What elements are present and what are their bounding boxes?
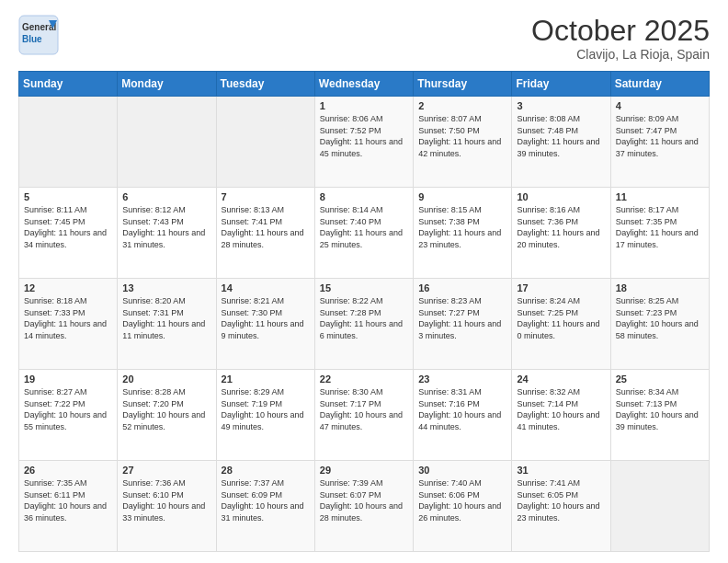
calendar-cell: 19Sunrise: 8:27 AM Sunset: 7:22 PM Dayli…: [19, 370, 118, 461]
calendar-cell: 28Sunrise: 7:37 AM Sunset: 6:09 PM Dayli…: [216, 461, 314, 552]
calendar-cell: 26Sunrise: 7:35 AM Sunset: 6:11 PM Dayli…: [19, 461, 118, 552]
day-info: Sunrise: 8:34 AM Sunset: 7:13 PM Dayligh…: [616, 386, 704, 432]
col-wednesday: Wednesday: [314, 72, 413, 97]
day-number: 31: [517, 465, 605, 476]
calendar-cell: 21Sunrise: 8:29 AM Sunset: 7:19 PM Dayli…: [216, 370, 314, 461]
day-number: 5: [24, 191, 112, 202]
svg-text:Blue: Blue: [22, 34, 42, 44]
day-info: Sunrise: 8:15 AM Sunset: 7:38 PM Dayligh…: [418, 204, 506, 250]
calendar-cell: 13Sunrise: 8:20 AM Sunset: 7:31 PM Dayli…: [118, 279, 216, 370]
day-number: 23: [418, 373, 506, 385]
calendar-cell: 2Sunrise: 8:07 AM Sunset: 7:50 PM Daylig…: [414, 97, 512, 188]
day-info: Sunrise: 8:27 AM Sunset: 7:22 PM Dayligh…: [24, 386, 112, 432]
day-info: Sunrise: 8:25 AM Sunset: 7:23 PM Dayligh…: [616, 295, 704, 341]
calendar-cell: 6Sunrise: 8:12 AM Sunset: 7:43 PM Daylig…: [118, 188, 216, 279]
calendar-cell: 5Sunrise: 8:11 AM Sunset: 7:45 PM Daylig…: [19, 188, 118, 279]
day-info: Sunrise: 8:31 AM Sunset: 7:16 PM Dayligh…: [418, 386, 506, 432]
day-info: Sunrise: 7:36 AM Sunset: 6:10 PM Dayligh…: [122, 477, 210, 523]
calendar-cell: 20Sunrise: 8:28 AM Sunset: 7:20 PM Dayli…: [118, 370, 216, 461]
calendar-header-row: Sunday Monday Tuesday Wednesday Thursday…: [19, 72, 710, 97]
day-info: Sunrise: 8:16 AM Sunset: 7:36 PM Dayligh…: [517, 204, 605, 250]
day-number: 21: [222, 373, 310, 385]
day-info: Sunrise: 8:06 AM Sunset: 7:52 PM Dayligh…: [320, 113, 408, 159]
day-number: 13: [122, 282, 210, 293]
day-info: Sunrise: 8:13 AM Sunset: 7:41 PM Dayligh…: [222, 204, 310, 250]
calendar-cell: 22Sunrise: 8:30 AM Sunset: 7:17 PM Dayli…: [314, 370, 413, 461]
day-number: 12: [24, 282, 112, 293]
day-number: 15: [320, 282, 408, 293]
logo: General Blue: [18, 15, 59, 55]
day-number: 9: [418, 191, 506, 202]
day-number: 19: [24, 373, 112, 385]
day-number: 11: [616, 191, 704, 202]
location: Clavijo, La Rioja, Spain: [531, 47, 710, 62]
day-number: 16: [418, 282, 506, 293]
col-sunday: Sunday: [19, 72, 118, 97]
day-info: Sunrise: 8:22 AM Sunset: 7:28 PM Dayligh…: [320, 295, 408, 341]
day-number: 26: [24, 465, 112, 476]
day-info: Sunrise: 8:30 AM Sunset: 7:17 PM Dayligh…: [320, 386, 408, 432]
day-number: 30: [418, 465, 506, 476]
calendar-cell: 10Sunrise: 8:16 AM Sunset: 7:36 PM Dayli…: [512, 188, 610, 279]
day-info: Sunrise: 8:14 AM Sunset: 7:40 PM Dayligh…: [320, 204, 408, 250]
calendar-cell: [610, 461, 709, 552]
day-info: Sunrise: 8:28 AM Sunset: 7:20 PM Dayligh…: [122, 386, 210, 432]
calendar-week-2: 12Sunrise: 8:18 AM Sunset: 7:33 PM Dayli…: [19, 279, 710, 370]
day-number: 24: [517, 373, 605, 385]
day-number: 29: [320, 465, 408, 476]
day-info: Sunrise: 7:41 AM Sunset: 6:05 PM Dayligh…: [517, 477, 605, 523]
day-number: 20: [122, 373, 210, 385]
day-info: Sunrise: 8:23 AM Sunset: 7:27 PM Dayligh…: [418, 295, 506, 341]
day-info: Sunrise: 8:07 AM Sunset: 7:50 PM Dayligh…: [418, 113, 506, 159]
calendar-cell: 25Sunrise: 8:34 AM Sunset: 7:13 PM Dayli…: [610, 370, 709, 461]
calendar-cell: 17Sunrise: 8:24 AM Sunset: 7:25 PM Dayli…: [512, 279, 610, 370]
day-info: Sunrise: 8:24 AM Sunset: 7:25 PM Dayligh…: [517, 295, 605, 341]
day-info: Sunrise: 8:32 AM Sunset: 7:14 PM Dayligh…: [517, 386, 605, 432]
calendar-cell: 27Sunrise: 7:36 AM Sunset: 6:10 PM Dayli…: [118, 461, 216, 552]
day-info: Sunrise: 7:37 AM Sunset: 6:09 PM Dayligh…: [222, 477, 310, 523]
calendar-week-0: 1Sunrise: 8:06 AM Sunset: 7:52 PM Daylig…: [19, 97, 710, 188]
calendar-cell: [118, 97, 216, 188]
day-number: 27: [122, 465, 210, 476]
day-number: 2: [418, 100, 506, 111]
calendar-cell: 3Sunrise: 8:08 AM Sunset: 7:48 PM Daylig…: [512, 97, 610, 188]
month-title: October 2025: [531, 15, 710, 47]
day-info: Sunrise: 8:17 AM Sunset: 7:35 PM Dayligh…: [616, 204, 704, 250]
day-number: 8: [320, 191, 408, 202]
day-number: 6: [122, 191, 210, 202]
calendar-cell: 23Sunrise: 8:31 AM Sunset: 7:16 PM Dayli…: [414, 370, 512, 461]
calendar-cell: 11Sunrise: 8:17 AM Sunset: 7:35 PM Dayli…: [610, 188, 709, 279]
col-friday: Friday: [512, 72, 610, 97]
day-number: 28: [222, 465, 310, 476]
day-info: Sunrise: 8:08 AM Sunset: 7:48 PM Dayligh…: [517, 113, 605, 159]
day-info: Sunrise: 8:11 AM Sunset: 7:45 PM Dayligh…: [24, 204, 112, 250]
day-number: 22: [320, 373, 408, 385]
day-info: Sunrise: 8:09 AM Sunset: 7:47 PM Dayligh…: [616, 113, 704, 159]
calendar-cell: 15Sunrise: 8:22 AM Sunset: 7:28 PM Dayli…: [314, 279, 413, 370]
col-saturday: Saturday: [610, 72, 709, 97]
calendar-cell: [216, 97, 314, 188]
logo-svg: General Blue: [18, 15, 59, 55]
calendar-cell: 4Sunrise: 8:09 AM Sunset: 7:47 PM Daylig…: [610, 97, 709, 188]
col-monday: Monday: [118, 72, 216, 97]
page: General Blue October 2025 Clavijo, La Ri…: [0, 0, 728, 563]
calendar-cell: 12Sunrise: 8:18 AM Sunset: 7:33 PM Dayli…: [19, 279, 118, 370]
calendar-table: Sunday Monday Tuesday Wednesday Thursday…: [18, 71, 710, 552]
calendar-week-1: 5Sunrise: 8:11 AM Sunset: 7:45 PM Daylig…: [19, 188, 710, 279]
day-info: Sunrise: 8:12 AM Sunset: 7:43 PM Dayligh…: [122, 204, 210, 250]
day-info: Sunrise: 8:18 AM Sunset: 7:33 PM Dayligh…: [24, 295, 112, 341]
calendar-cell: 31Sunrise: 7:41 AM Sunset: 6:05 PM Dayli…: [512, 461, 610, 552]
day-number: 18: [616, 282, 704, 293]
day-info: Sunrise: 7:39 AM Sunset: 6:07 PM Dayligh…: [320, 477, 408, 523]
day-info: Sunrise: 8:21 AM Sunset: 7:30 PM Dayligh…: [222, 295, 310, 341]
day-number: 3: [517, 100, 605, 111]
calendar-week-4: 26Sunrise: 7:35 AM Sunset: 6:11 PM Dayli…: [19, 461, 710, 552]
day-info: Sunrise: 8:29 AM Sunset: 7:19 PM Dayligh…: [222, 386, 310, 432]
calendar-cell: 14Sunrise: 8:21 AM Sunset: 7:30 PM Dayli…: [216, 279, 314, 370]
calendar-cell: 29Sunrise: 7:39 AM Sunset: 6:07 PM Dayli…: [314, 461, 413, 552]
day-info: Sunrise: 8:20 AM Sunset: 7:31 PM Dayligh…: [122, 295, 210, 341]
day-number: 10: [517, 191, 605, 202]
day-info: Sunrise: 7:40 AM Sunset: 6:06 PM Dayligh…: [418, 477, 506, 523]
calendar-cell: 1Sunrise: 8:06 AM Sunset: 7:52 PM Daylig…: [314, 97, 413, 188]
calendar-cell: 7Sunrise: 8:13 AM Sunset: 7:41 PM Daylig…: [216, 188, 314, 279]
